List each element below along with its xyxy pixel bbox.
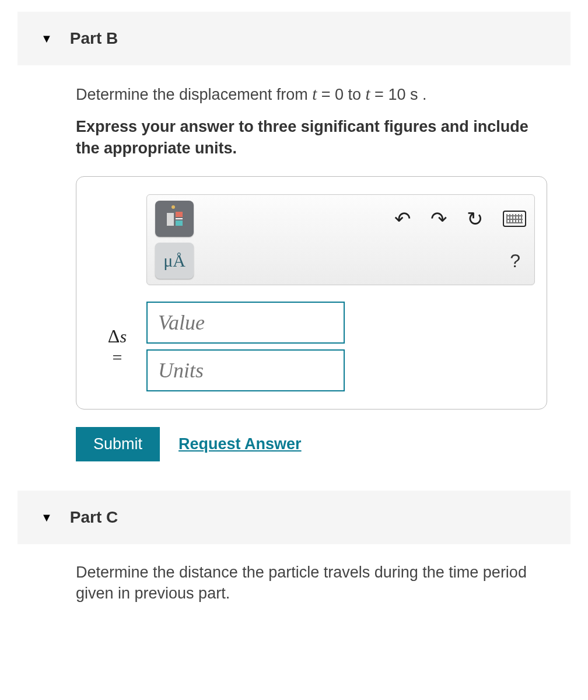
delta-symbol: Δ <box>108 326 120 346</box>
templates-button[interactable] <box>155 201 194 237</box>
equation-toolbar: ↶ ↷ ↻ μÅ ? <box>146 194 535 285</box>
actions-row: Submit Request Answer <box>76 427 547 461</box>
reset-icon[interactable]: ↻ <box>467 207 483 230</box>
units-symbols-button[interactable]: μÅ <box>155 243 194 279</box>
units-symbols-label: μÅ <box>163 251 186 271</box>
answer-box: ↶ ↷ ↻ μÅ ? Δs = <box>76 176 547 410</box>
collapse-triangle-icon: ▼ <box>41 32 52 46</box>
s-symbol: s <box>120 327 127 346</box>
part-c-header[interactable]: ▼ Part C <box>18 491 570 544</box>
part-c-body: Determine the distance the particle trav… <box>18 544 570 632</box>
part-b-title: Part B <box>70 29 118 48</box>
value-input[interactable] <box>146 302 345 344</box>
answer-symbol: Δs = <box>88 325 146 368</box>
part-b-header[interactable]: ▼ Part B <box>18 12 570 65</box>
prompt-var: t <box>366 85 370 103</box>
part-c-title: Part C <box>70 508 118 527</box>
part-b-instruction: Express your answer to three significant… <box>76 116 547 159</box>
keyboard-icon[interactable] <box>503 211 526 227</box>
part-c-prompt: Determine the distance the particle trav… <box>76 562 547 604</box>
part-b-prompt: Determine the displacement from t = 0 to… <box>76 83 547 106</box>
templates-icon <box>167 212 183 226</box>
units-input[interactable] <box>146 349 345 391</box>
submit-button[interactable]: Submit <box>76 427 160 461</box>
prompt-text: = 0 to <box>317 86 365 103</box>
equals-symbol: = <box>88 347 146 368</box>
answer-input-row: Δs = <box>88 302 535 391</box>
undo-icon[interactable]: ↶ <box>394 207 411 230</box>
prompt-text: = 10 s . <box>370 86 427 103</box>
help-button[interactable]: ? <box>510 250 526 272</box>
prompt-text: Determine the displacement from <box>76 86 312 103</box>
request-answer-link[interactable]: Request Answer <box>178 435 302 453</box>
redo-icon[interactable]: ↷ <box>430 207 447 230</box>
collapse-triangle-icon: ▼ <box>41 511 52 524</box>
part-b-body: Determine the displacement from t = 0 to… <box>18 65 570 479</box>
toolbar-right: ↶ ↷ ↻ <box>394 207 526 230</box>
